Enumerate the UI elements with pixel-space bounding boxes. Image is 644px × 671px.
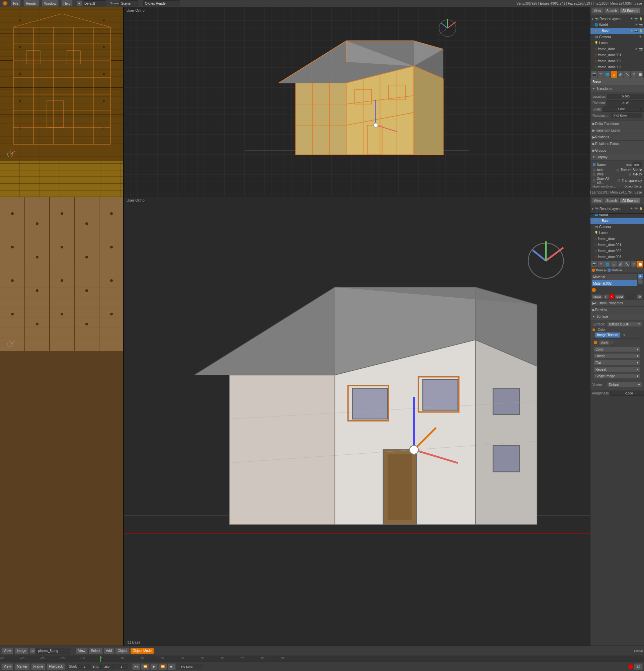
scale-y[interactable] (641, 106, 644, 112)
mat-add-btn[interactable]: + (638, 274, 643, 279)
help-menu[interactable]: Help (61, 0, 73, 7)
layout-selector[interactable]: Default (83, 0, 106, 7)
b-sync-dropdown[interactable]: No Sync (180, 664, 203, 669)
lock-icon[interactable]: 🔒 (639, 17, 643, 21)
b-prev-frame-btn[interactable]: ⏪ (141, 663, 150, 670)
b-render-icon[interactable]: 📷 (634, 206, 638, 211)
top-left-viewport[interactable] (0, 7, 124, 203)
vector-dropdown[interactable]: Default ▼ (607, 382, 642, 388)
b-select-btn[interactable]: Select (89, 648, 103, 654)
tab-search[interactable]: Search (605, 8, 619, 13)
draw-all-checkbox[interactable] (592, 179, 596, 182)
fd-render-icon[interactable]: 📷 (639, 47, 643, 51)
b-object-btn[interactable]: Object (115, 648, 130, 654)
mat-settings-btn[interactable]: ⚙ (636, 294, 643, 299)
b-tab-view[interactable]: View (592, 198, 603, 203)
b-image-btn[interactable]: Image (15, 648, 29, 654)
rotation-x[interactable] (606, 100, 644, 105)
tab-view[interactable]: View (592, 8, 603, 13)
custom-props-section[interactable]: ▶ Custom Properties (590, 300, 644, 307)
data-tab[interactable]: Data (615, 294, 624, 299)
base-vis-icon[interactable]: 👁 (629, 29, 633, 33)
box-dropdown[interactable]: Box (633, 162, 642, 167)
relations-extras-section[interactable]: ▶ Relations Extras (590, 141, 644, 147)
b-audio-btn[interactable]: 🔊 (634, 663, 643, 670)
delta-transform-section[interactable]: ▶ Delta Transform (590, 121, 644, 127)
x-tab-btn[interactable]: ✕ (609, 294, 614, 299)
bottom-left-viewport[interactable] (0, 197, 124, 646)
image-texture-badge[interactable]: Image Texture (595, 332, 620, 338)
scale-x[interactable] (603, 106, 641, 112)
tab-all-scenes[interactable]: All Scenes (620, 8, 640, 13)
transform-locks-section[interactable]: ▶ Transform Locks (590, 127, 644, 134)
b-play-btn[interactable]: ▶ (150, 663, 158, 670)
transparency-checkbox[interactable] (617, 179, 621, 182)
fd-vis-icon[interactable]: 👁 (634, 47, 638, 51)
b-scene-item-frame-door-001[interactable]: △ frame_door.001 (590, 242, 644, 248)
material-item-2[interactable]: Material.002 (592, 280, 637, 286)
scene-item-frame-door[interactable]: △ frame_door 👁 📷 (590, 46, 644, 52)
scene-item-frame-door-003[interactable]: △ frame_door.003 (590, 64, 644, 70)
b-current-frame[interactable] (115, 664, 128, 669)
scene-item-world[interactable]: 🌐 World 👁 📷 (590, 22, 644, 28)
b-modifier-props-btn[interactable]: 🔧 (624, 261, 630, 267)
top-right-viewport[interactable]: User Ortho (1) Base (124, 7, 590, 203)
file-menu[interactable]: File (11, 0, 21, 7)
scene-item-frame-door-002[interactable]: △ frame_door.002 (590, 58, 644, 64)
linear-option-dropdown[interactable]: Linear ▼ (594, 353, 641, 358)
world-props-btn[interactable]: 🌐 (604, 71, 610, 78)
vis-icon[interactable]: 👁 (629, 17, 633, 21)
b-tl-marker[interactable]: Marker (15, 663, 30, 670)
name-checkbox[interactable] (592, 163, 596, 166)
material-item-1[interactable]: Material (592, 274, 637, 280)
preview-section[interactable]: ▶ Preview (590, 307, 644, 313)
texture-space-label[interactable]: Texture Space (616, 168, 642, 172)
world-render-icon[interactable]: 📷 (639, 23, 643, 27)
b-tl-frame[interactable]: Frame (31, 663, 46, 670)
render-props-btn[interactable]: 📷 (591, 71, 597, 78)
scene-item-renderlayers[interactable]: ▶ 📷 RenderLayers 👁 📷 🔒 (590, 16, 644, 22)
world-vis-icon[interactable]: 👁 (634, 23, 638, 27)
b-image-name[interactable]: planks_5.png (37, 648, 70, 654)
b-scene-item-renderlayers[interactable]: ▶ 📷 RenderLayers 👁 📷 🔒 (590, 206, 644, 212)
b-start-frame[interactable] (78, 664, 91, 669)
b-scene-item-base[interactable]: ▼ △ Base (590, 218, 644, 224)
scene-item-base[interactable]: ▼ △ Base 👁 📷 🔒 (590, 28, 644, 34)
display-section-header[interactable]: ▼ Display (590, 154, 644, 161)
b-skip-start-btn[interactable]: ⏮ (132, 663, 140, 670)
engine-selector[interactable]: Cycles Render (143, 0, 180, 7)
xray-label[interactable]: X-Ray (628, 173, 642, 176)
b-scene-item-frame-door-002[interactable]: △ frame_door.002 (590, 248, 644, 254)
data-props-btn[interactable]: ▽ (631, 71, 637, 78)
repeat-option-dropdown[interactable]: Repeat ▼ (594, 367, 641, 372)
modifier-props-btn[interactable]: 🔧 (624, 71, 630, 78)
single-image-dropdown[interactable]: Single Image ▼ (594, 374, 641, 379)
b-vis-icon[interactable]: 👁 (629, 206, 633, 211)
scene-selector[interactable]: Scene (119, 0, 138, 7)
scene-item-lamp[interactable]: 💡 Lamp (590, 40, 644, 46)
b-lock-icon[interactable]: 🔒 (639, 206, 643, 211)
b-world-props-btn[interactable]: 🌐 (604, 261, 610, 267)
window-menu[interactable]: Window (42, 0, 59, 7)
object-props-btn[interactable]: △ (611, 71, 617, 78)
b-scene-props-btn[interactable]: 🎬 (598, 261, 604, 267)
b-constraint-props-btn[interactable]: 🔗 (618, 261, 624, 267)
scene-item-camera[interactable]: 📹 Camera 👁 (590, 34, 644, 40)
b-skip-end-btn[interactable]: ⏭ (168, 663, 176, 670)
draw-all-label[interactable]: Draw All Ed... (592, 177, 616, 184)
b-scene-item-lamp[interactable]: 💡 Lamp (590, 230, 644, 236)
plank-field[interactable]: plank (599, 340, 610, 345)
bottom-right-viewport[interactable]: User Ortho (1) Base (124, 197, 590, 646)
material-props-btn[interactable]: ⬤ (637, 71, 643, 78)
b-scene-item-frame-door[interactable]: △ frame_door (590, 236, 644, 242)
b-material-props-btn[interactable]: ⬤ (637, 261, 643, 267)
name-checkbox-label[interactable]: Name (592, 163, 606, 167)
flat-option-dropdown[interactable]: Flat ▼ (594, 360, 641, 365)
render-menu[interactable]: Render (23, 0, 39, 7)
b-next-frame-btn[interactable]: ⏩ (158, 663, 167, 670)
b-tab-search[interactable]: Search (605, 198, 619, 203)
b-render-props-btn[interactable]: 📷 (591, 261, 597, 267)
groups-section[interactable]: ▶ Groups (590, 147, 644, 154)
wire-checkbox[interactable] (592, 173, 596, 176)
location-x[interactable] (607, 94, 644, 99)
